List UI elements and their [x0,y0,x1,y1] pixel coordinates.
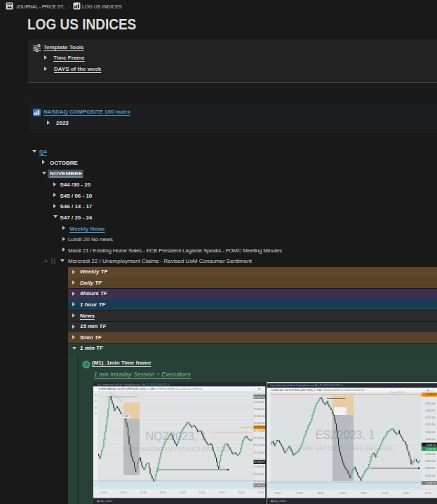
svg-text:13:00: 13:00 [361,492,367,495]
svg-text:4,545.00: 4,545.00 [425,460,435,463]
svg-text:big_trades.pine (sell) on Trad: big_trades.pine (sell) on TradingView.co… [98,383,170,386]
svg-text:4,540.00: 4,540.00 [425,467,435,470]
svg-text:10:00: 10:00 [160,491,166,494]
svg-text:17,750.00: 17,750.00 [254,437,265,440]
svg-text:4,547.00: 4,547.00 [426,448,436,451]
svg-text:4,570.25: 4,570.25 [426,393,436,396]
svg-text:17,637.25: 17,637.25 [254,426,265,429]
svg-text:17,875.00: 17,875.00 [254,401,265,404]
svg-text:1m: 1m [257,388,261,390]
svg-text:20:30: 20:30 [425,492,431,495]
svg-text:4,575.00: 4,575.00 [425,416,435,419]
svg-text:4,535.00: 4,535.00 [425,475,435,477]
svg-text:▦ big_trades: ▦ big_trades [97,500,112,503]
svg-text:4,521.75: 4,521.75 [426,482,436,485]
svg-text:4,565.00: 4,565.00 [425,431,435,434]
svg-text:08:00: 08:00 [318,492,324,495]
svg-text:12:30: 12:30 [180,491,186,494]
svg-text:17,775.00: 17,775.00 [254,430,265,433]
svg-text:18:00: 18:00 [403,492,410,495]
svg-text:4,550.00: 4,550.00 [425,453,435,456]
svg-text:17,700.00: 17,700.00 [254,451,265,454]
svg-text:10:30: 10:30 [339,492,346,495]
svg-text:17,458.25: 17,458.25 [254,461,265,464]
svg-text:E-MINI S&P 500 FUTURES (DEC 20: E-MINI S&P 500 FUTURES (DEC 2023), 1, CM… [271,389,364,392]
svg-text:4,585.00: 4,585.00 [425,402,435,405]
svg-text:02:30: 02:30 [101,491,107,494]
svg-text:05:00: 05:00 [121,491,127,494]
svg-text:20:00: 20:00 [238,491,245,494]
svg-text:07:30: 07:30 [140,491,147,494]
svg-text:17,810.25: 17,810.25 [254,396,265,399]
svg-text:4,560.00: 4,560.00 [425,438,435,441]
svg-text:17:30: 17:30 [219,491,225,494]
svg-text:Plan 4,570.25: Plan 4,570.25 [390,391,404,394]
svg-text:17,600.00: 17,600.00 [254,480,265,483]
svg-text:17,725.00: 17,725.00 [254,444,265,447]
svg-text:17,800.00: 17,800.00 [254,422,265,425]
svg-text:22:30: 22:30 [258,491,264,494]
svg-text:15:00: 15:00 [199,491,206,494]
svg-text:05:30: 05:30 [297,492,303,495]
svg-text:E-MINI NASDAQ-100 FUTURES (DEC: E-MINI NASDAQ-100 FUTURES (DEC 2023), 1,… [99,388,202,390]
svg-text:17,598: 17,598 [121,415,128,418]
svg-text:17,296.50: 17,296.50 [254,484,265,487]
svg-text:17,650.00: 17,650.00 [254,465,265,468]
svg-text:1m: 1m [426,389,430,392]
svg-text:NQZ2023, 1: NQZ2023, 1 [145,430,206,442]
svg-text:4,580.00: 4,580.00 [425,409,435,412]
svg-text:03:00: 03:00 [275,492,281,495]
svg-text:big_trades.pine (sell) on Trad: big_trades.pine (sell) on TradingView.co… [271,384,343,387]
svg-text:17,625.00: 17,625.00 [254,473,265,476]
svg-text:4,570.00: 4,570.00 [425,423,435,426]
svg-text:17,825.00: 17,825.00 [254,415,265,418]
svg-text:▦ big_trades: ▦ big_trades [271,500,286,503]
svg-text:15:30: 15:30 [382,492,389,495]
svg-text:17,850.00: 17,850.00 [254,408,265,411]
svg-text:4,547.25: 4,547.25 [426,444,436,447]
